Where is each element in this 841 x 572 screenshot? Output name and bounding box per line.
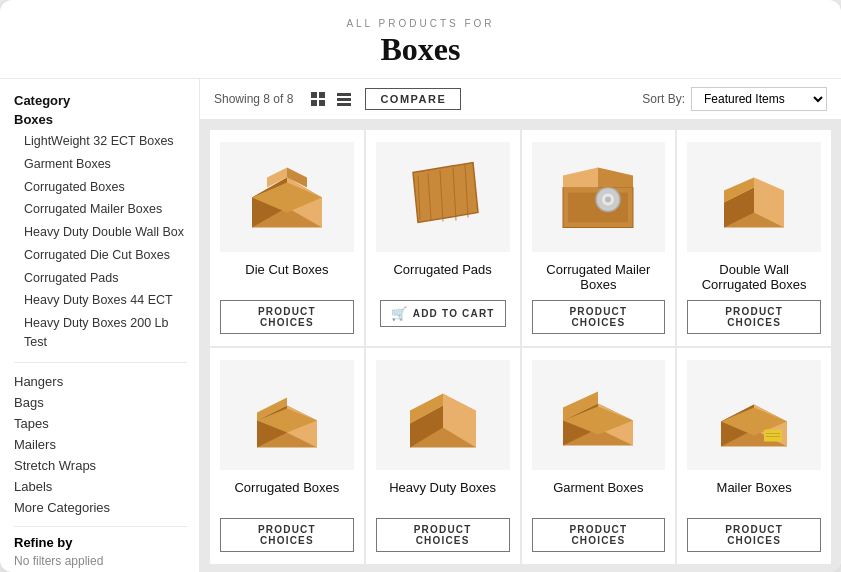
sidebar-item-lightweight[interactable]: LightWeight 32 ECT Boxes xyxy=(14,130,187,153)
sidebar-item-corrugated-pads[interactable]: Corrugated Pads xyxy=(14,267,187,290)
product-card-1: Die Cut Boxes PRODUCT CHOICES xyxy=(210,130,364,346)
product-choices-btn-8[interactable]: PRODUCT CHOICES xyxy=(687,518,821,552)
svg-rect-4 xyxy=(337,93,351,96)
svg-rect-1 xyxy=(319,92,325,98)
product-image-6 xyxy=(376,360,510,470)
page-header: ALL PRODUCTS FOR Boxes xyxy=(0,0,841,79)
product-card-8: Mailer Boxes PRODUCT CHOICES xyxy=(677,348,831,564)
product-card-6: Heavy Duty Boxes PRODUCT CHOICES xyxy=(366,348,520,564)
sidebar-item-corrugated-mailer[interactable]: Corrugated Mailer Boxes xyxy=(14,198,187,221)
product-choices-btn-6[interactable]: PRODUCT CHOICES xyxy=(376,518,510,552)
product-image-3 xyxy=(532,142,666,252)
page-title: Boxes xyxy=(0,31,841,68)
category-label: Category xyxy=(14,93,187,108)
product-name-3: Corrugated Mailer Boxes xyxy=(532,262,666,292)
product-image-5 xyxy=(220,360,354,470)
product-choices-btn-3[interactable]: PRODUCT CHOICES xyxy=(532,300,666,334)
add-to-cart-btn-2[interactable]: 🛒 ADD TO CART xyxy=(380,300,506,327)
sidebar-item-heavy-44[interactable]: Heavy Duty Boxes 44 ECT xyxy=(14,289,187,312)
all-products-label: ALL PRODUCTS FOR xyxy=(0,18,841,29)
boxes-label[interactable]: Boxes xyxy=(14,112,187,127)
product-image-8 xyxy=(687,360,821,470)
sidebar-divider-1 xyxy=(14,362,187,363)
svg-rect-6 xyxy=(337,103,351,106)
sidebar-item-mailers[interactable]: Mailers xyxy=(14,434,187,455)
product-image-2 xyxy=(376,142,510,252)
product-name-1: Die Cut Boxes xyxy=(245,262,328,292)
product-card-7: Garment Boxes PRODUCT CHOICES xyxy=(522,348,676,564)
sidebar: Category Boxes LightWeight 32 ECT Boxes … xyxy=(0,79,200,572)
sidebar-item-bags[interactable]: Bags xyxy=(14,392,187,413)
content-area: Showing 8 of 8 COMPARE Sort By: Featured… xyxy=(200,79,841,572)
product-choices-btn-1[interactable]: PRODUCT CHOICES xyxy=(220,300,354,334)
product-grid: Die Cut Boxes PRODUCT CHOICES xyxy=(200,120,841,572)
no-filters: No filters applied xyxy=(14,554,187,568)
product-name-6: Heavy Duty Boxes xyxy=(389,480,496,510)
svg-rect-2 xyxy=(311,100,317,106)
sidebar-item-corrugated[interactable]: Corrugated Boxes xyxy=(14,176,187,199)
product-name-8: Mailer Boxes xyxy=(717,480,792,510)
sidebar-item-labels[interactable]: Labels xyxy=(14,476,187,497)
product-image-1 xyxy=(220,142,354,252)
view-icons xyxy=(307,88,355,110)
sidebar-divider-2 xyxy=(14,526,187,527)
svg-rect-5 xyxy=(337,98,351,101)
showing-text: Showing 8 of 8 xyxy=(214,92,293,106)
product-choices-btn-7[interactable]: PRODUCT CHOICES xyxy=(532,518,666,552)
sidebar-item-heavy-duty[interactable]: Heavy Duty Double Wall Box xyxy=(14,221,187,244)
product-card-4: Double Wall Corrugated Boxes PRODUCT CHO… xyxy=(677,130,831,346)
product-name-5: Corrugated Boxes xyxy=(234,480,339,510)
product-image-7 xyxy=(532,360,666,470)
svg-marker-26 xyxy=(563,167,598,187)
grid-view-icon[interactable] xyxy=(307,88,329,110)
refine-label: Refine by xyxy=(14,535,187,550)
svg-rect-0 xyxy=(311,92,317,98)
list-view-icon[interactable] xyxy=(333,88,355,110)
sort-section: Sort By: Featured Items Price: Low to Hi… xyxy=(642,87,827,111)
cart-icon: 🛒 xyxy=(391,306,408,321)
product-choices-btn-4[interactable]: PRODUCT CHOICES xyxy=(687,300,821,334)
svg-rect-52 xyxy=(764,429,782,441)
product-card-2: Corrugated Pads 🛒 ADD TO CART xyxy=(366,130,520,346)
product-image-4 xyxy=(687,142,821,252)
product-name-4: Double Wall Corrugated Boxes xyxy=(687,262,821,292)
sidebar-item-tapes[interactable]: Tapes xyxy=(14,413,187,434)
compare-button[interactable]: COMPARE xyxy=(365,88,461,110)
product-card-5: Corrugated Boxes PRODUCT CHOICES xyxy=(210,348,364,564)
sort-select[interactable]: Featured Items Price: Low to High Price:… xyxy=(691,87,827,111)
main-layout: Category Boxes LightWeight 32 ECT Boxes … xyxy=(0,79,841,572)
sort-label: Sort By: xyxy=(642,92,685,106)
product-name-2: Corrugated Pads xyxy=(393,262,491,292)
sidebar-item-die-cut[interactable]: Corrugated Die Cut Boxes xyxy=(14,244,187,267)
sidebar-item-garment[interactable]: Garment Boxes xyxy=(14,153,187,176)
sidebar-item-heavy-200[interactable]: Heavy Duty Boxes 200 Lb Test xyxy=(14,312,187,354)
page-wrapper: ALL PRODUCTS FOR Boxes Category Boxes Li… xyxy=(0,0,841,572)
sidebar-box-items: LightWeight 32 ECT Boxes Garment Boxes C… xyxy=(14,130,187,354)
product-card-3: Corrugated Mailer Boxes PRODUCT CHOICES xyxy=(522,130,676,346)
sidebar-item-hangers[interactable]: Hangers xyxy=(14,371,187,392)
svg-point-25 xyxy=(605,196,611,202)
sidebar-item-more[interactable]: More Categories xyxy=(14,497,187,518)
sidebar-item-stretch[interactable]: Stretch Wraps xyxy=(14,455,187,476)
product-choices-btn-5[interactable]: PRODUCT CHOICES xyxy=(220,518,354,552)
svg-rect-3 xyxy=(319,100,325,106)
svg-marker-27 xyxy=(598,167,633,187)
product-name-7: Garment Boxes xyxy=(553,480,643,510)
toolbar: Showing 8 of 8 COMPARE Sort By: Featured… xyxy=(200,79,841,120)
